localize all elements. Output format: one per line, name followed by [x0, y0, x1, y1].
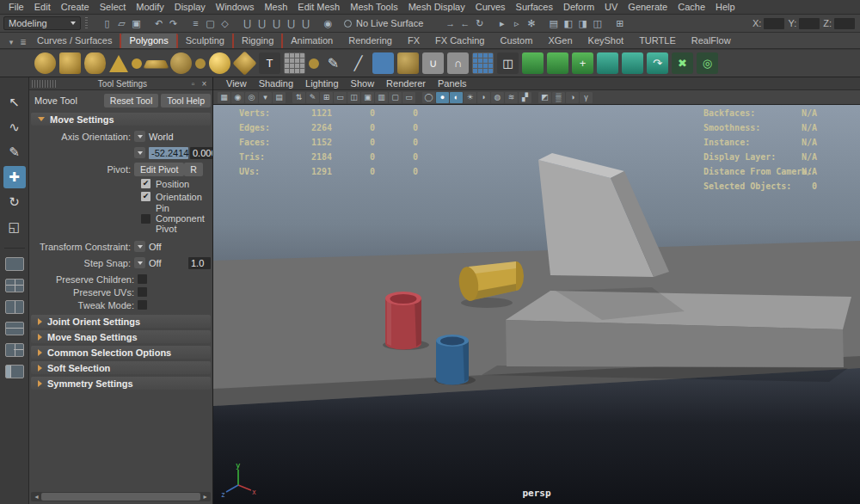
shelf-tab-options-icon[interactable]: ▾: [5, 35, 17, 48]
scrollbar-thumb[interactable]: [41, 493, 200, 501]
Curves[interactable]: Curves: [470, 0, 511, 14]
sidebar-channel-box-icon[interactable]: ◫: [590, 16, 605, 30]
multisample-icon[interactable]: ▞: [519, 92, 531, 103]
shelf-menu-icon[interactable]: ≣: [17, 35, 29, 48]
layout-two-pane-stacked[interactable]: [5, 322, 24, 335]
smooth-icon[interactable]: +: [572, 52, 593, 74]
axis-orientation-dropdown[interactable]: [134, 131, 145, 142]
sidebar-attribute-editor-icon[interactable]: ◧: [561, 16, 575, 30]
KeyShot[interactable]: KeyShot: [580, 34, 632, 48]
coordinate-input[interactable]: [799, 18, 820, 29]
Rendering[interactable]: Rendering: [341, 34, 400, 48]
checkbox[interactable]: [138, 287, 147, 297]
Sculpting[interactable]: Sculpting: [178, 34, 234, 48]
coordinate-input[interactable]: [764, 18, 784, 29]
snap-to-view-plane-icon[interactable]: ⋃: [298, 16, 313, 30]
poly-cylinder-icon[interactable]: [84, 52, 106, 74]
poly-pipe-icon[interactable]: [195, 58, 206, 69]
make-live-icon[interactable]: ◉: [321, 16, 335, 30]
sculpt-sphere-icon[interactable]: [209, 52, 230, 74]
File[interactable]: File: [3, 0, 29, 14]
live-surface-indicator[interactable]: No Live Surface: [344, 18, 423, 28]
Curves / Surfaces[interactable]: Curves / Surfaces: [29, 34, 121, 48]
tool-settings-header[interactable]: Tool Settings ▫ ×: [29, 77, 212, 90]
multi-cut-icon[interactable]: ✖: [672, 52, 693, 74]
symmetry-grid-icon[interactable]: ⊞: [612, 16, 627, 30]
grid-icon[interactable]: ⊞: [320, 92, 333, 103]
resolution-gate-icon[interactable]: ◫: [347, 92, 360, 103]
gate-mask-icon[interactable]: ▣: [361, 92, 374, 103]
Create[interactable]: Create: [56, 0, 95, 14]
poly-text-icon[interactable]: T: [259, 52, 280, 74]
ipr-render-icon[interactable]: ▹: [509, 16, 524, 30]
step-snap-value[interactable]: Off: [149, 258, 161, 268]
lattice-icon[interactable]: [472, 52, 494, 74]
film-gate-icon[interactable]: ▭: [334, 92, 347, 103]
checkbox[interactable]: [138, 274, 147, 284]
scroll-right-icon[interactable]: ▸: [200, 492, 210, 501]
UV[interactable]: UV: [599, 0, 623, 14]
isolate-select-icon[interactable]: ◩: [538, 92, 551, 103]
tool-help-button[interactable]: Tool Help: [161, 94, 211, 108]
separator[interactable]: [286, 92, 292, 103]
checkbox[interactable]: [141, 192, 150, 201]
horizontal-scrollbar[interactable]: ◂ ▸: [31, 492, 211, 501]
construction-history-icon[interactable]: ↻: [472, 16, 487, 30]
shaded-icon[interactable]: ●: [436, 92, 449, 103]
checkbox[interactable]: [141, 214, 150, 224]
Generate[interactable]: Generate: [623, 0, 673, 14]
statusline-grip[interactable]: [85, 17, 88, 29]
Joint Orient Settings[interactable]: Joint Orient Settings: [31, 315, 211, 328]
wireframe-icon[interactable]: ◯: [422, 92, 435, 103]
close-icon[interactable]: ×: [199, 79, 210, 89]
open-scene-icon[interactable]: ▱: [114, 16, 129, 30]
motion-blur-icon[interactable]: ≋: [505, 92, 518, 103]
step-snap-size-field[interactable]: 1.0: [188, 257, 211, 269]
Mesh Display[interactable]: Mesh Display: [403, 0, 470, 14]
undo-icon[interactable]: ↶: [151, 16, 166, 30]
safe-title-icon[interactable]: ▭: [402, 92, 415, 103]
move-x-field[interactable]: -52.2414: [149, 147, 188, 159]
snap-to-grid-icon[interactable]: ⋃: [240, 16, 255, 30]
scale-tool[interactable]: ◱: [3, 216, 26, 238]
append-polygon-icon[interactable]: [597, 52, 618, 74]
layout-four-pane[interactable]: [5, 279, 24, 292]
transform-constraint-value[interactable]: Off: [149, 242, 161, 252]
separator[interactable]: [532, 92, 538, 103]
wire-sphere-icon[interactable]: [309, 58, 319, 69]
panel-grip-icon[interactable]: [32, 80, 58, 88]
snap-to-curve-icon[interactable]: ⋃: [255, 16, 269, 30]
reset-pivot-button[interactable]: R: [184, 163, 203, 176]
select-by-hierarchy-icon[interactable]: ≡: [188, 16, 203, 30]
select-by-component-icon[interactable]: ◇: [218, 16, 232, 30]
boolean-union-icon[interactable]: ∪: [422, 52, 444, 74]
mirror-icon[interactable]: ◫: [497, 52, 519, 74]
FX Caching[interactable]: FX Caching: [427, 34, 492, 48]
TURTLE[interactable]: TURTLE: [631, 34, 684, 48]
bridge-icon[interactable]: [622, 52, 643, 74]
knife-tool-icon[interactable]: ╱: [347, 52, 369, 74]
safe-action-icon[interactable]: ▢: [389, 92, 402, 103]
poly-cone-icon[interactable]: [109, 55, 128, 72]
target-weld-icon[interactable]: ◎: [697, 52, 718, 74]
paint-select-tool[interactable]: ✎: [3, 141, 26, 163]
grease-pencil-icon[interactable]: ✎: [306, 92, 319, 103]
layers-icon[interactable]: [372, 52, 394, 74]
XGen[interactable]: XGen: [540, 34, 580, 48]
Modify[interactable]: Modify: [131, 0, 169, 14]
poly-cube-icon[interactable]: [59, 52, 81, 74]
step-snap-dropdown[interactable]: [134, 257, 145, 268]
use-all-lights-icon[interactable]: ☀: [464, 92, 476, 103]
select-camera-icon[interactable]: ▦: [218, 92, 230, 103]
move-y-field[interactable]: 0.0000: [190, 147, 212, 159]
move-tool[interactable]: ✚: [3, 166, 26, 188]
layout-outliner-persp[interactable]: [5, 365, 24, 378]
2d-pan-zoom-icon[interactable]: ⇅: [292, 92, 305, 103]
sidebar-tool-settings-icon[interactable]: ◨: [575, 16, 590, 30]
reset-tool-button[interactable]: Reset Tool: [104, 94, 158, 108]
Mesh[interactable]: Mesh: [259, 0, 292, 14]
Soft Selection[interactable]: Soft Selection: [31, 361, 211, 374]
Common Selection Options[interactable]: Common Selection Options: [31, 346, 211, 359]
Polygons[interactable]: Polygons: [121, 34, 177, 48]
poly-torus-icon[interactable]: [132, 58, 142, 69]
